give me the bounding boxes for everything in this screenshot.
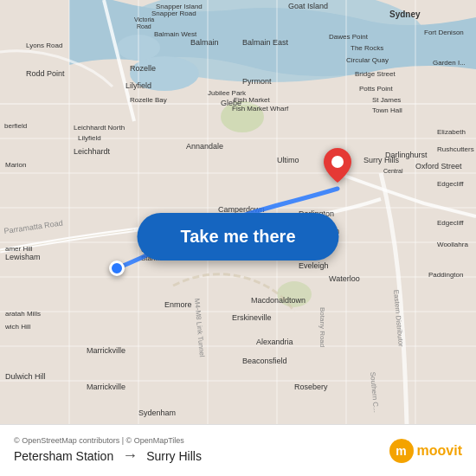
destination-label: Surry Hills <box>146 449 202 463</box>
svg-text:Erskineville: Erskineville <box>232 313 272 322</box>
svg-text:Pyrmont: Pyrmont <box>242 77 272 86</box>
svg-text:berfield: berfield <box>4 122 27 130</box>
svg-text:Dulwich Hill: Dulwich Hill <box>5 372 46 381</box>
svg-text:Alexandria: Alexandria <box>256 338 293 346</box>
svg-text:Leichhardt North: Leichhardt North <box>74 124 125 132</box>
svg-text:Sydenham: Sydenham <box>138 408 176 417</box>
moovit-logo: m moovit <box>389 439 462 463</box>
svg-text:Jubilee Park: Jubilee Park <box>208 89 247 97</box>
svg-text:The Rocks: The Rocks <box>351 44 383 52</box>
svg-text:Rozelle Bay: Rozelle Bay <box>130 96 167 104</box>
route-arrow-icon: → <box>122 447 138 465</box>
svg-text:Edgecliff: Edgecliff <box>437 180 464 188</box>
svg-text:Victoria: Victoria <box>134 16 154 23</box>
svg-text:Beaconsfield: Beaconsfield <box>242 357 287 365</box>
svg-text:Lewisham: Lewisham <box>5 253 41 261</box>
svg-text:Botany Road: Botany Road <box>318 307 326 347</box>
svg-text:Central: Central <box>383 168 403 174</box>
bottom-left-info: © OpenStreetMap contributors | © OpenMap… <box>14 436 202 465</box>
moovit-logo-text: moovit <box>417 443 462 459</box>
svg-text:Snapper Road: Snapper Road <box>151 10 196 17</box>
svg-text:Marrickville: Marrickville <box>87 346 125 355</box>
svg-text:Potts Point: Potts Point <box>359 85 393 93</box>
svg-text:Rushcutters: Rushcutters <box>437 145 474 153</box>
svg-text:Lilyfield: Lilyfield <box>78 134 101 142</box>
route-info: Petersham Station → Surry Hills <box>14 447 202 465</box>
svg-text:Balmain West: Balmain West <box>154 30 197 38</box>
svg-text:Enmore: Enmore <box>164 300 192 309</box>
svg-text:Bridge Street: Bridge Street <box>355 70 396 78</box>
svg-text:Rozelle: Rozelle <box>130 64 156 73</box>
map-container: Goat Island Sydney Snapper Island Lyons … <box>0 0 476 424</box>
svg-text:Darlinghurst: Darlinghurst <box>385 151 428 159</box>
origin-label: Petersham Station <box>14 449 113 463</box>
svg-text:Marrickville: Marrickville <box>87 383 125 391</box>
svg-text:Paddington: Paddington <box>428 271 463 279</box>
svg-text:Goat Island: Goat Island <box>288 2 328 10</box>
moovit-icon: m <box>389 439 414 463</box>
svg-text:Rosebery: Rosebery <box>294 383 328 391</box>
svg-text:wich Hill: wich Hill <box>4 323 31 331</box>
svg-text:Annandale: Annandale <box>186 142 223 151</box>
bottom-bar: © OpenStreetMap contributors | © OpenMap… <box>0 424 476 476</box>
svg-point-93 <box>331 156 344 168</box>
svg-text:Sydney: Sydney <box>389 10 421 19</box>
svg-text:Dawes Point: Dawes Point <box>329 33 369 41</box>
svg-text:Balmain: Balmain <box>190 38 219 47</box>
svg-text:Elizabeth: Elizabeth <box>437 128 466 136</box>
svg-text:Lilyfield: Lilyfield <box>125 81 151 90</box>
svg-text:Circular Quay: Circular Quay <box>346 56 389 64</box>
origin-marker <box>109 261 125 276</box>
svg-text:Balmain East: Balmain East <box>242 38 289 47</box>
svg-text:Waterloo: Waterloo <box>329 274 360 283</box>
svg-text:Edgecliff: Edgecliff <box>437 219 464 227</box>
svg-text:Macdonaldtown: Macdonaldtown <box>251 296 306 305</box>
svg-text:amer Hill: amer Hill <box>5 245 33 253</box>
svg-text:Lyons Road: Lyons Road <box>26 42 62 49</box>
map-background: Goat Island Sydney Snapper Island Lyons … <box>0 0 476 424</box>
take-me-there-button[interactable]: Take me there <box>137 213 338 261</box>
svg-text:Marion: Marion <box>5 161 26 169</box>
svg-text:St James: St James <box>372 96 401 104</box>
map-attribution: © OpenStreetMap contributors | © OpenMap… <box>14 436 202 445</box>
svg-text:Oxford Street: Oxford Street <box>415 162 462 170</box>
destination-marker <box>324 148 351 186</box>
svg-text:Ultimo: Ultimo <box>277 156 299 164</box>
svg-text:Glebe: Glebe <box>221 99 241 107</box>
svg-text:Garden I...: Garden I... <box>433 59 466 67</box>
svg-text:Leichhardt: Leichhardt <box>74 147 111 156</box>
svg-text:Rodd Point: Rodd Point <box>26 69 65 78</box>
svg-text:aratah Mills: aratah Mills <box>5 310 41 318</box>
svg-text:Fort Denison: Fort Denison <box>424 29 464 36</box>
svg-text:Road: Road <box>137 23 151 29</box>
svg-text:Town Hall: Town Hall <box>372 106 402 114</box>
svg-text:Eveleigh: Eveleigh <box>299 261 329 270</box>
svg-text:Woollahra: Woollahra <box>437 241 468 248</box>
